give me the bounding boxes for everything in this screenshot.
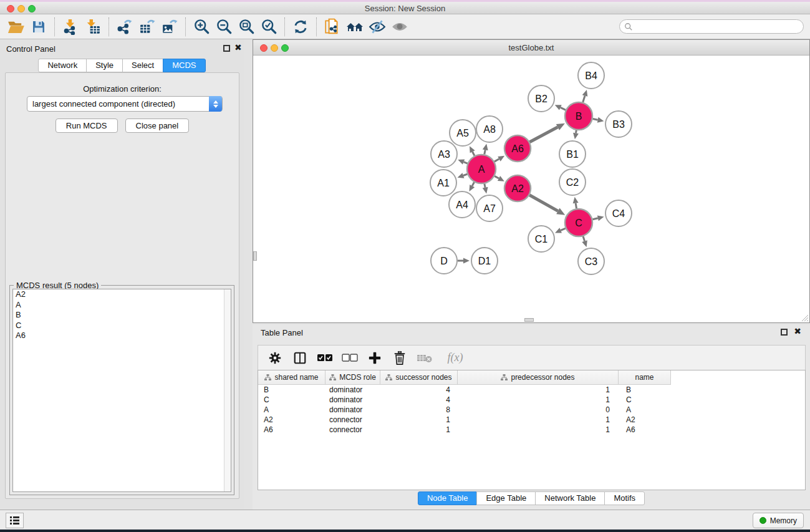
graph-node[interactable]: B4 <box>578 62 604 89</box>
show-panel-button[interactable] <box>388 16 411 37</box>
settings-gear-button[interactable] <box>267 350 283 366</box>
close-panel-button[interactable]: Close panel <box>125 118 190 133</box>
search-box[interactable] <box>619 19 804 34</box>
graph-node[interactable]: B <box>565 102 592 130</box>
add-column-button[interactable] <box>367 350 383 366</box>
run-mcds-button[interactable]: Run MCDS <box>55 118 118 133</box>
import-network-button[interactable] <box>59 16 82 37</box>
graph-node[interactable]: A3 <box>431 141 457 167</box>
graph-node[interactable]: C1 <box>528 226 554 252</box>
show-panels-list-button[interactable] <box>6 513 24 528</box>
delete-table-button[interactable] <box>417 350 433 366</box>
import-table-button[interactable] <box>82 16 104 37</box>
splitter-handle[interactable] <box>253 251 257 261</box>
graph-edge[interactable] <box>529 195 565 215</box>
graph-node[interactable]: D1 <box>471 248 498 274</box>
deselect-all-button[interactable] <box>342 350 358 366</box>
memory-button[interactable]: Memory <box>753 513 804 528</box>
graph-node[interactable]: D <box>431 248 457 274</box>
graph-edge[interactable] <box>458 159 467 164</box>
graph-edge[interactable] <box>458 173 468 178</box>
select-all-button[interactable] <box>317 350 333 366</box>
table-row[interactable]: A6connector11A6 <box>258 425 805 435</box>
table-row[interactable]: A2connector11A2 <box>258 415 805 425</box>
splitter-handle[interactable] <box>524 318 534 322</box>
graph-edge[interactable] <box>494 176 504 181</box>
graph-edge[interactable] <box>529 123 564 142</box>
graph-node[interactable]: B2 <box>528 85 554 112</box>
mcds-result-list[interactable]: A2ABCA6 <box>12 289 231 492</box>
zoom-fit-button[interactable] <box>235 16 258 37</box>
tab-network-table[interactable]: Network Table <box>535 491 605 505</box>
float-panel-icon[interactable] <box>781 329 788 336</box>
graph-edge[interactable] <box>483 144 488 155</box>
tab-style[interactable]: Style <box>86 59 123 72</box>
graph-edge[interactable] <box>593 117 604 123</box>
tab-node-table[interactable]: Node Table <box>418 491 478 505</box>
save-session-button[interactable] <box>27 16 50 37</box>
mcds-result-item[interactable]: A <box>13 300 231 311</box>
graph-node[interactable]: C3 <box>578 248 604 274</box>
table-row[interactable]: Adominator80A <box>258 405 805 415</box>
column-header-predecessor-nodes[interactable]: predecessor nodes <box>458 370 619 385</box>
zoom-out-button[interactable] <box>213 16 235 37</box>
optimization-criterion-select[interactable]: largest connected component (directed) <box>27 96 223 112</box>
zoom-in-button[interactable] <box>190 16 213 37</box>
graph-node[interactable]: A8 <box>476 116 503 142</box>
graph-node[interactable]: A5 <box>450 120 476 146</box>
graph-edge[interactable] <box>582 90 588 102</box>
graph-edge[interactable] <box>494 156 504 162</box>
zoom-selected-button[interactable] <box>258 16 280 37</box>
graph-node[interactable]: A <box>467 155 496 183</box>
graph-node[interactable]: B3 <box>605 111 632 137</box>
mcds-result-item[interactable]: A6 <box>13 331 231 341</box>
function-builder-button[interactable]: f(x) <box>441 350 469 366</box>
export-table-button[interactable] <box>136 16 158 37</box>
table-row[interactable]: Bdominator41B <box>258 385 805 395</box>
network-from-file-button[interactable] <box>321 16 344 37</box>
graph-edge[interactable] <box>592 215 604 221</box>
tab-motifs[interactable]: Motifs <box>604 491 645 505</box>
export-network-button[interactable] <box>113 16 136 37</box>
network-canvas[interactable]: AA6A2BCA1A3A4A5A7A8B1B2B3B4C1C2C3C4DD1 <box>253 56 809 322</box>
hide-panel-button[interactable] <box>366 16 388 37</box>
graph-node[interactable]: A6 <box>504 135 531 162</box>
tab-mcds[interactable]: MCDS <box>163 59 205 72</box>
graph-edge[interactable] <box>555 105 566 110</box>
close-panel-icon[interactable]: ✖ <box>234 42 242 52</box>
graph-node[interactable]: C4 <box>605 200 632 226</box>
graph-edge[interactable] <box>573 130 579 140</box>
column-header-name[interactable]: name <box>619 370 671 385</box>
export-image-button[interactable] <box>158 16 181 37</box>
graph-node[interactable]: C2 <box>559 169 586 195</box>
graph-node[interactable]: A4 <box>449 191 475 218</box>
graph-edge[interactable] <box>458 258 470 264</box>
graph-edge[interactable] <box>555 228 566 233</box>
search-input[interactable] <box>633 21 803 32</box>
mcds-result-item[interactable]: B <box>13 310 231 321</box>
graph-node[interactable]: A1 <box>430 170 456 196</box>
open-session-button[interactable] <box>5 16 27 37</box>
graph-edge[interactable] <box>483 184 488 194</box>
graph-edge[interactable] <box>469 182 475 191</box>
refresh-styles-button[interactable] <box>289 16 312 37</box>
table-row[interactable]: Cdominator41C <box>258 395 805 405</box>
float-panel-icon[interactable] <box>223 45 230 52</box>
graph-node[interactable]: A2 <box>504 175 531 201</box>
graph-node[interactable]: B1 <box>559 141 586 167</box>
graph-edge[interactable] <box>470 146 475 155</box>
home-button[interactable] <box>344 16 366 37</box>
column-header-successor-nodes[interactable]: successor nodes <box>380 370 458 385</box>
graph-edge[interactable] <box>573 197 579 209</box>
scrollbar-track[interactable] <box>224 289 231 491</box>
close-panel-icon[interactable]: ✖ <box>794 326 801 336</box>
graph-node[interactable]: A7 <box>476 195 503 221</box>
graph-edge[interactable] <box>582 236 587 247</box>
mcds-result-item[interactable]: C <box>13 321 231 331</box>
mcds-result-item[interactable]: A2 <box>13 289 231 300</box>
graph-node[interactable]: C <box>565 209 592 236</box>
delete-column-button[interactable] <box>392 350 408 366</box>
column-visibility-button[interactable] <box>292 350 308 366</box>
column-header-mcds-role[interactable]: MCDS role <box>325 370 380 385</box>
tab-select[interactable]: Select <box>122 59 163 72</box>
